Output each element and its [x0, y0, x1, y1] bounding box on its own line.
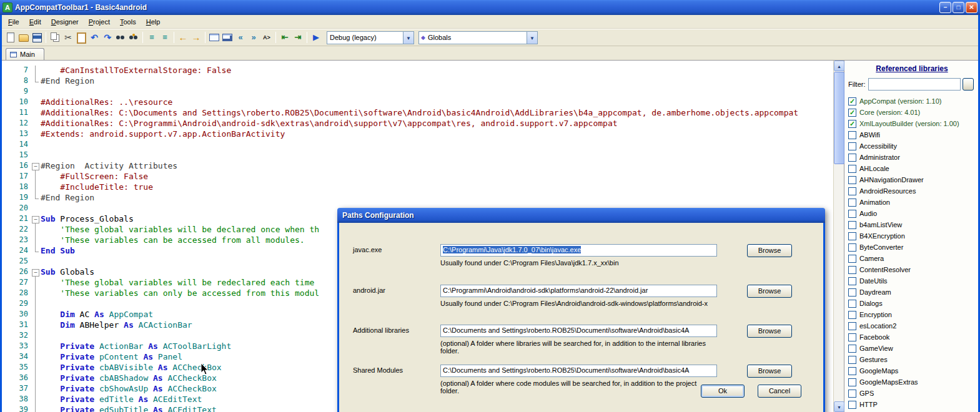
uncomment-icon[interactable]: ≡	[159, 31, 171, 44]
library-item[interactable]: Dialogs	[848, 298, 976, 309]
scrollbar-thumb[interactable]	[834, 72, 844, 164]
library-item[interactable]: Gestures	[848, 354, 976, 365]
browse-button[interactable]: Browse	[747, 325, 792, 338]
library-item[interactable]: ✓AppCompat (version: 1.10)	[848, 96, 976, 107]
unchecked-checkbox-icon[interactable]	[848, 142, 856, 150]
unchecked-checkbox-icon[interactable]	[848, 154, 856, 162]
shared-modules-input[interactable]: C:\Documents and Settings\roberto.ROB25\…	[440, 365, 717, 377]
library-item[interactable]: GameView	[848, 343, 976, 354]
menu-item-tools[interactable]: Tools	[115, 16, 141, 27]
build-configuration-combo[interactable]: Debug (legacy)	[327, 31, 414, 44]
fold-collapse-icon[interactable]	[31, 214, 41, 225]
scroll-up-icon[interactable]	[834, 61, 844, 71]
unchecked-checkbox-icon[interactable]	[848, 277, 856, 285]
browse-button[interactable]: Browse	[747, 365, 792, 378]
unchecked-checkbox-icon[interactable]	[848, 176, 856, 184]
library-item[interactable]: Daydream	[848, 287, 976, 298]
find-icon[interactable]	[114, 31, 127, 44]
redo-icon[interactable]: ↷	[101, 31, 114, 44]
code-line-14[interactable]: 14	[2, 140, 833, 150]
menu-item-file[interactable]: File	[3, 16, 24, 27]
library-item[interactable]: GoogleMaps	[848, 365, 976, 376]
library-item[interactable]: HTTP	[848, 399, 976, 410]
code-line-16[interactable]: 16#Region Activity Attributes	[2, 161, 833, 172]
save-icon[interactable]	[31, 31, 43, 44]
unchecked-checkbox-icon[interactable]	[848, 322, 856, 330]
library-item[interactable]: ✓XmlLayoutBuilder (version: 1.00)	[848, 118, 976, 129]
code-line-10[interactable]: 10#AdditionalRes: ..\resource	[2, 97, 833, 108]
code-line-7[interactable]: 7 #CanInstallToExternalStorage: False	[2, 66, 833, 76]
minimize-button[interactable]	[939, 2, 951, 13]
unchecked-checkbox-icon[interactable]	[848, 311, 856, 319]
library-item[interactable]: Encryption	[848, 309, 976, 320]
undo-icon[interactable]: ↶	[88, 31, 101, 44]
library-item[interactable]: Animation	[848, 197, 976, 208]
unchecked-checkbox-icon[interactable]	[848, 243, 856, 252]
run-icon[interactable]: ▶	[310, 31, 322, 44]
fold-collapse-icon[interactable]	[31, 267, 41, 278]
designer-view-icon[interactable]	[221, 31, 234, 44]
unchecked-checkbox-icon[interactable]	[848, 356, 856, 364]
prev-sub-icon[interactable]: «	[234, 31, 247, 44]
library-item[interactable]: Camera	[848, 253, 976, 264]
android-jar-input[interactable]: C:\Programmi\Android\android-sdk\platfor…	[440, 285, 717, 297]
cut-icon[interactable]: ✂	[62, 31, 74, 44]
unchecked-checkbox-icon[interactable]	[848, 390, 856, 398]
maximize-button[interactable]	[953, 2, 964, 13]
unchecked-checkbox-icon[interactable]	[848, 232, 856, 240]
library-item[interactable]: AHNavigationDrawer	[848, 174, 976, 185]
library-item[interactable]: ByteConverter	[848, 242, 976, 253]
open-project-icon[interactable]	[17, 31, 30, 44]
filter-extra-button[interactable]	[963, 78, 974, 91]
library-item[interactable]: GPS	[848, 388, 976, 399]
library-item[interactable]: b4amListView	[848, 219, 976, 230]
unchecked-checkbox-icon[interactable]	[848, 266, 856, 274]
unchecked-checkbox-icon[interactable]	[848, 221, 856, 229]
indent-icon[interactable]: ⇥	[292, 31, 304, 44]
code-line-9[interactable]: 9	[2, 87, 833, 97]
menu-item-edit[interactable]: Edit	[24, 16, 46, 27]
code-line-15[interactable]: 15	[2, 150, 833, 161]
unchecked-checkbox-icon[interactable]	[848, 165, 856, 173]
unchecked-checkbox-icon[interactable]	[848, 199, 856, 207]
library-item[interactable]: GoogleMapsExtras	[848, 376, 976, 388]
unchecked-checkbox-icon[interactable]	[848, 131, 856, 139]
code-line-11[interactable]: 11#AdditionalRes: C:\Documents and Setti…	[2, 108, 833, 119]
paste-icon[interactable]	[75, 31, 87, 44]
menu-item-project[interactable]: Project	[84, 16, 115, 27]
editor-vertical-scrollbar[interactable]	[833, 61, 844, 412]
unchecked-checkbox-icon[interactable]	[848, 345, 856, 353]
unchecked-checkbox-icon[interactable]	[848, 300, 856, 308]
unchecked-checkbox-icon[interactable]	[848, 401, 856, 409]
module-combo[interactable]: ◆Globals	[418, 31, 538, 44]
nav-back-icon[interactable]: ←	[177, 31, 189, 44]
chevron-down-icon[interactable]	[403, 32, 413, 44]
autocomplete-icon[interactable]: A>	[260, 31, 273, 44]
designer-icon[interactable]	[208, 31, 220, 44]
browse-button[interactable]: Browse	[747, 285, 792, 298]
outdent-icon[interactable]: ⇤	[279, 31, 291, 44]
library-item[interactable]: Administrator	[848, 152, 976, 163]
library-item[interactable]: esLocation2	[848, 320, 976, 331]
unchecked-checkbox-icon[interactable]	[848, 187, 856, 195]
library-item[interactable]: Facebook	[848, 331, 976, 343]
comment-icon[interactable]: ≡	[146, 31, 158, 44]
menu-item-help[interactable]: Help	[141, 16, 166, 27]
unchecked-checkbox-icon[interactable]	[848, 288, 856, 297]
menu-item-designer[interactable]: Designer	[46, 16, 84, 27]
unchecked-checkbox-icon[interactable]	[848, 378, 856, 386]
additional-libraries-input[interactable]: C:\Documents and Settings\roberto.ROB25\…	[440, 325, 717, 337]
scroll-down-icon[interactable]	[834, 401, 844, 412]
checked-checkbox-icon[interactable]: ✓	[848, 97, 856, 105]
copy-icon[interactable]	[49, 31, 61, 44]
unchecked-checkbox-icon[interactable]	[848, 333, 856, 341]
find-replace-icon[interactable]	[127, 31, 140, 44]
unchecked-checkbox-icon[interactable]	[848, 255, 856, 263]
code-line-18[interactable]: 18 #IncludeTitle: true	[2, 182, 833, 193]
library-item[interactable]: ContentResolver	[848, 264, 976, 275]
library-item[interactable]: AHLocale	[848, 163, 976, 174]
code-line-13[interactable]: 13#Extends: android.support.v7.app.Actio…	[2, 129, 833, 140]
checked-checkbox-icon[interactable]: ✓	[848, 120, 856, 128]
nav-forward-icon[interactable]: →	[190, 31, 202, 44]
library-item[interactable]: ✓Core (version: 4.01)	[848, 107, 976, 118]
